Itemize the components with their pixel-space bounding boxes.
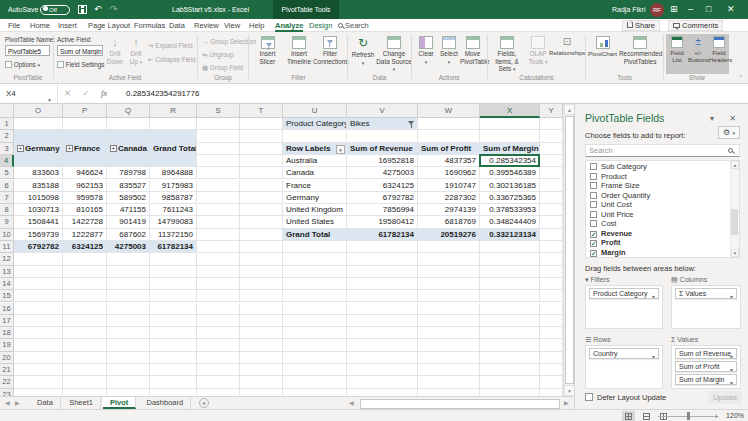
spreadsheet-grid[interactable]: OPQRSTUVWXY12345678910111213141516171819… bbox=[0, 104, 563, 396]
cell-W4[interactable]: 4837357 bbox=[418, 155, 480, 167]
insert-timeline-button[interactable]: Insert Timeline bbox=[284, 36, 314, 65]
fields-items-sets-button[interactable]: Fields, Items, & Sets ▾ bbox=[489, 36, 525, 73]
chip-country[interactable]: Country▼ bbox=[589, 348, 659, 359]
cell-P18[interactable] bbox=[63, 327, 107, 339]
cell-P11[interactable]: 6324125 bbox=[63, 241, 107, 253]
cell-Y5[interactable] bbox=[540, 167, 563, 179]
cell-X13[interactable] bbox=[480, 266, 540, 278]
cell-S22[interactable] bbox=[197, 376, 240, 388]
fields-scroll-thumb[interactable] bbox=[731, 209, 738, 235]
fields-scroll-up-icon[interactable]: ▲ bbox=[731, 161, 739, 169]
field-list-toggle[interactable]: Field List bbox=[667, 36, 687, 64]
cell-O4[interactable] bbox=[14, 155, 63, 167]
menu-tab-page-layout[interactable]: Page Layout bbox=[88, 19, 130, 32]
cell-W15[interactable] bbox=[418, 290, 480, 302]
cell-P17[interactable] bbox=[63, 315, 107, 327]
row-header-16[interactable]: 16 bbox=[0, 303, 14, 315]
cell-R23[interactable] bbox=[150, 389, 197, 396]
cell-U22[interactable] bbox=[283, 376, 347, 388]
column-header-W[interactable]: W bbox=[418, 104, 480, 118]
cell-U2[interactable] bbox=[283, 130, 347, 142]
cell-X7[interactable]: 0.336725365 bbox=[480, 192, 540, 204]
row-header-21[interactable]: 21 bbox=[0, 364, 14, 376]
row-header-14[interactable]: 14 bbox=[0, 278, 14, 290]
cell-Q2[interactable] bbox=[107, 130, 150, 142]
sheet-tab-sheet1[interactable]: Sheet1 bbox=[62, 397, 101, 409]
cell-R17[interactable] bbox=[150, 315, 197, 327]
cell-U16[interactable] bbox=[283, 303, 347, 315]
cell-U5[interactable]: Canada bbox=[283, 167, 347, 179]
page-layout-view-icon[interactable] bbox=[640, 411, 653, 421]
cell-T10[interactable] bbox=[240, 229, 283, 241]
cell-P16[interactable] bbox=[63, 303, 107, 315]
cell-X19[interactable] bbox=[480, 339, 540, 351]
chip-sum-of-profit[interactable]: Sum of Profit▼ bbox=[675, 361, 737, 372]
cell-S7[interactable] bbox=[197, 192, 240, 204]
cell-T13[interactable] bbox=[240, 266, 283, 278]
row-header-13[interactable]: 13 bbox=[0, 266, 14, 278]
cell-Y2[interactable] bbox=[540, 130, 563, 142]
cell-U15[interactable] bbox=[283, 290, 347, 302]
cell-O13[interactable] bbox=[14, 266, 63, 278]
row-header-18[interactable]: 18 bbox=[0, 327, 14, 339]
cell-V7[interactable]: 6792782 bbox=[347, 192, 418, 204]
cell-V13[interactable] bbox=[347, 266, 418, 278]
cell-U14[interactable] bbox=[283, 278, 347, 290]
cell-T9[interactable] bbox=[240, 216, 283, 228]
cell-X9[interactable]: 0.348244409 bbox=[480, 216, 540, 228]
cell-X15[interactable] bbox=[480, 290, 540, 302]
column-header-P[interactable]: P bbox=[63, 104, 107, 118]
minimize-icon[interactable]: – bbox=[688, 4, 693, 14]
cell-W14[interactable] bbox=[418, 278, 480, 290]
cell-Y18[interactable] bbox=[540, 327, 563, 339]
cell-O3[interactable]: +Germany bbox=[14, 143, 63, 155]
cell-R13[interactable] bbox=[150, 266, 197, 278]
cell-O6[interactable]: 835188 bbox=[14, 180, 63, 192]
field-item-cost[interactable]: Cost bbox=[590, 219, 616, 228]
cell-W17[interactable] bbox=[418, 315, 480, 327]
cancel-icon[interactable]: ✕ bbox=[64, 88, 71, 98]
cell-W9[interactable]: 6818769 bbox=[418, 216, 480, 228]
cell-P15[interactable] bbox=[63, 290, 107, 302]
cell-P9[interactable]: 1422728 bbox=[63, 216, 107, 228]
cell-R10[interactable]: 11372150 bbox=[150, 229, 197, 241]
chip-sum-of-margin[interactable]: Sum of Margin▼ bbox=[675, 374, 737, 385]
cell-U13[interactable] bbox=[283, 266, 347, 278]
cell-S5[interactable] bbox=[197, 167, 240, 179]
cell-P6[interactable]: 962153 bbox=[63, 180, 107, 192]
cell-P19[interactable] bbox=[63, 339, 107, 351]
change-data-source-button[interactable]: Change Data Source ▾ bbox=[376, 36, 412, 73]
active-field-input[interactable]: Sum of Margin bbox=[57, 45, 103, 56]
cell-R11[interactable]: 61782134 bbox=[150, 241, 197, 253]
cell-Y14[interactable] bbox=[540, 278, 563, 290]
field-settings-button[interactable]: Field Settings bbox=[57, 61, 105, 68]
row-header-17[interactable]: 17 bbox=[0, 315, 14, 327]
cell-Q8[interactable]: 471155 bbox=[107, 204, 150, 216]
cell-R18[interactable] bbox=[150, 327, 197, 339]
drill-down-button[interactable]: ↓Drill Down bbox=[105, 36, 125, 65]
refresh-button[interactable]: ↻Refresh▾ bbox=[350, 36, 376, 67]
cell-V19[interactable] bbox=[347, 339, 418, 351]
pivotchart-button[interactable]: PivotChart bbox=[587, 36, 618, 57]
insert-function-icon[interactable]: fx bbox=[101, 88, 107, 98]
cell-R8[interactable]: 7611243 bbox=[150, 204, 197, 216]
row-header-12[interactable]: 12 bbox=[0, 253, 14, 265]
cell-X2[interactable] bbox=[480, 130, 540, 142]
cell-V10[interactable]: 61782134 bbox=[347, 229, 418, 241]
recommended-pivottables-button[interactable]: Recommended PivotTables bbox=[619, 36, 661, 65]
cell-W11[interactable] bbox=[418, 241, 480, 253]
menu-tab-formulas[interactable]: Formulas bbox=[134, 19, 165, 32]
cell-X23[interactable] bbox=[480, 389, 540, 396]
row-header-8[interactable]: 8 bbox=[0, 204, 14, 216]
row-header-22[interactable]: 22 bbox=[0, 376, 14, 388]
cell-U4[interactable]: Australia bbox=[283, 155, 347, 167]
cell-Q17[interactable] bbox=[107, 315, 150, 327]
cell-W3[interactable]: Sum of Profit bbox=[418, 143, 480, 155]
cell-Q16[interactable] bbox=[107, 303, 150, 315]
cell-X18[interactable] bbox=[480, 327, 540, 339]
cell-R20[interactable] bbox=[150, 352, 197, 364]
cell-V16[interactable] bbox=[347, 303, 418, 315]
vertical-scroll-thumb[interactable] bbox=[565, 116, 574, 384]
row-header-3[interactable]: 3 bbox=[0, 143, 14, 155]
cell-T4[interactable] bbox=[240, 155, 283, 167]
